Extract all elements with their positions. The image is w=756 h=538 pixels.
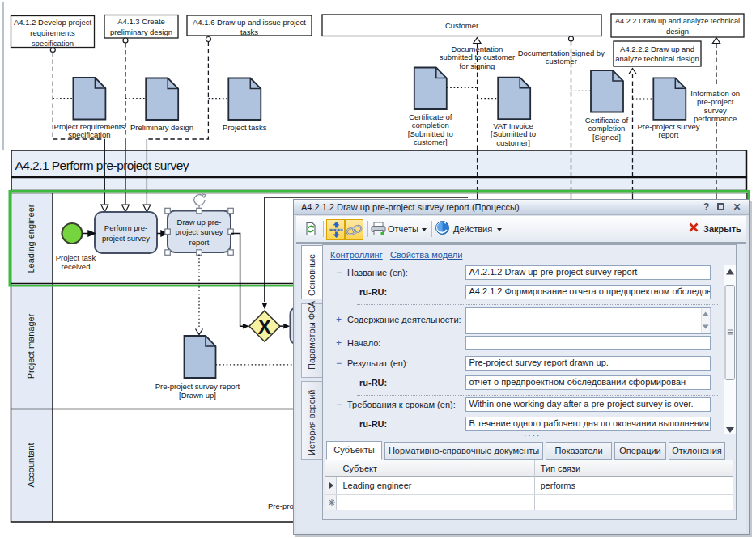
svg-text:VAT Invoice: VAT Invoice [493, 121, 533, 130]
svg-text:Pre-project survey: Pre-project survey [637, 122, 699, 131]
svg-text:Project manager: Project manager [26, 313, 36, 379]
svg-text:Project task: Project task [56, 253, 96, 262]
svg-text:[Submitted to: [Submitted to [491, 129, 536, 138]
svg-text:requirements: requirements [30, 28, 75, 37]
svg-text:design: design [666, 27, 689, 36]
svg-text:specification: specification [68, 130, 110, 139]
svg-text:completion: completion [588, 124, 625, 133]
svg-text:A4.1.3 Create: A4.1.3 Create [117, 17, 165, 26]
svg-text:received: received [62, 262, 91, 271]
svg-text:Customer: Customer [445, 21, 478, 30]
svg-text:Leading engineer: Leading engineer [26, 204, 36, 273]
svg-text:Certificate of: Certificate of [585, 116, 629, 125]
svg-text:specification: specification [32, 39, 74, 48]
svg-text:Preliminary design: Preliminary design [130, 123, 193, 132]
svg-text:A4.2.2.2 Draw up and: A4.2.2.2 Draw up and [620, 44, 694, 53]
svg-text:Project tasks: Project tasks [223, 123, 267, 132]
svg-text:[Drawn up]: [Drawn up] [179, 391, 216, 400]
svg-text:[Submitted to: [Submitted to [408, 129, 453, 138]
svg-text:Certificate of: Certificate of [409, 112, 452, 121]
svg-text:X: X [258, 316, 272, 338]
svg-text:completion: completion [412, 121, 449, 129]
svg-text:customer]: customer] [414, 138, 448, 146]
svg-text:Perform pre-: Perform pre- [104, 223, 147, 232]
svg-text:project survey: project survey [102, 234, 150, 243]
svg-text:A4.1.6 Draw up and issue proje: A4.1.6 Draw up and issue project [193, 18, 306, 27]
svg-text:[Signed]: [Signed] [592, 133, 621, 142]
svg-text:preliminary design: preliminary design [110, 28, 172, 36]
svg-text:project survey: project survey [175, 227, 223, 236]
svg-text:Accountant: Accountant [26, 443, 36, 487]
svg-text:A4.2.1 Perform pre-project sur: A4.2.1 Perform pre-project survey [15, 159, 189, 172]
svg-text:Documentation: Documentation [451, 44, 503, 53]
svg-text:report: report [189, 238, 210, 247]
svg-text:customer: customer [546, 57, 577, 66]
svg-text:customer]: customer] [496, 138, 530, 147]
svg-text:Project requirements: Project requirements [54, 122, 125, 131]
svg-text:pre-project: pre-project [697, 97, 734, 106]
svg-text:tasks: tasks [240, 28, 258, 36]
svg-text:performance: performance [694, 114, 737, 123]
svg-text:A4.1.2 Develop project: A4.1.2 Develop project [14, 18, 91, 27]
svg-text:Draw up pre-: Draw up pre- [177, 218, 222, 227]
svg-text:analyze technical design: analyze technical design [615, 54, 699, 63]
svg-text:Information on: Information on [690, 89, 740, 98]
svg-text:report: report [659, 130, 679, 139]
svg-text:submitted to customer: submitted to customer [440, 53, 515, 61]
svg-text:survey: survey [704, 106, 727, 115]
svg-text:Pre-project survey report: Pre-project survey report [155, 382, 240, 391]
svg-text:Documentation signed by: Documentation signed by [518, 49, 605, 57]
svg-text:A4.2.2 Draw up and analyze tec: A4.2.2 Draw up and analyze technical [615, 17, 740, 25]
svg-text:for signing: for signing [459, 61, 495, 70]
